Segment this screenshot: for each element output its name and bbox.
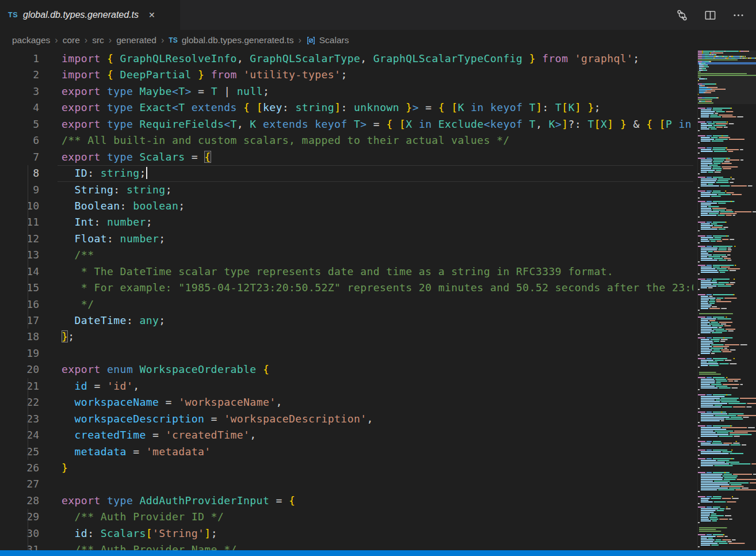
tab-bar: TS global.db.types.generated.ts ✕ bbox=[0, 0, 756, 30]
indent-guide bbox=[28, 378, 28, 394]
code-token: | bbox=[217, 85, 237, 97]
line-number[interactable]: 29 bbox=[0, 509, 39, 525]
line-number[interactable]: 21 bbox=[0, 378, 39, 394]
line-number[interactable]: 3 bbox=[0, 83, 39, 100]
code-text: export type Exact<T extends { [key: stri… bbox=[39, 100, 601, 116]
code-line[interactable]: 14 * The DateTime scalar type represents… bbox=[0, 264, 693, 280]
line-number[interactable]: 2 bbox=[0, 67, 39, 83]
code-line[interactable]: 2import { DeepPartial } from 'utility-ty… bbox=[0, 67, 693, 83]
line-number[interactable]: 14 bbox=[0, 264, 39, 280]
code-token: type bbox=[107, 85, 139, 97]
line-number[interactable]: 6 bbox=[0, 132, 39, 148]
line-number[interactable]: 16 bbox=[0, 296, 39, 313]
line-number[interactable]: 10 bbox=[0, 198, 39, 214]
code-token: RequireFields bbox=[139, 118, 224, 130]
close-tab-icon[interactable]: ✕ bbox=[148, 10, 155, 20]
code-line[interactable]: 21 id = 'id', bbox=[0, 378, 693, 394]
code-line[interactable]: 1import { GraphQLResolveInfo, GraphQLSca… bbox=[0, 51, 693, 67]
minimap[interactable] bbox=[698, 51, 756, 550]
code-line[interactable]: 12 Float: number; bbox=[0, 231, 693, 247]
code-token: ; bbox=[263, 85, 269, 97]
code-line[interactable]: 15 * For example: "1985-04-12T23:20:50.5… bbox=[0, 280, 693, 296]
code-line[interactable]: 5export type RequireFields<T, K extends … bbox=[0, 116, 693, 132]
code-token bbox=[62, 314, 75, 326]
breadcrumb-item[interactable]: packages bbox=[12, 35, 50, 45]
more-actions-icon[interactable] bbox=[732, 9, 744, 21]
git-compare-icon[interactable] bbox=[676, 9, 688, 21]
code-line[interactable]: 8 ID: string; bbox=[0, 165, 693, 181]
line-number[interactable]: 30 bbox=[0, 525, 39, 542]
code-token: WorkspaceOrderable bbox=[139, 363, 262, 375]
code-line[interactable]: 13 /** bbox=[0, 247, 693, 263]
line-number[interactable]: 15 bbox=[0, 280, 39, 296]
code-line[interactable]: 30 id: Scalars['String']; bbox=[0, 525, 693, 542]
code-token: & bbox=[627, 118, 646, 130]
code-text: String: string; bbox=[39, 182, 172, 198]
code-token: keyof bbox=[490, 101, 529, 113]
code-line[interactable]: 19 bbox=[0, 345, 693, 361]
breadcrumb-item[interactable]: core bbox=[63, 35, 80, 45]
indent-guide bbox=[28, 313, 28, 329]
breadcrumb-file[interactable]: global.db.types.generated.ts bbox=[182, 35, 294, 45]
code-line[interactable]: 16 */ bbox=[0, 296, 693, 313]
indent-guide bbox=[28, 264, 28, 280]
breadcrumb-item[interactable]: generated bbox=[116, 35, 156, 45]
line-number[interactable]: 26 bbox=[0, 460, 39, 476]
code-token: extends bbox=[185, 101, 243, 113]
code-line[interactable]: 17 DateTime: any; bbox=[0, 313, 693, 329]
code-token: T bbox=[211, 85, 217, 97]
line-number[interactable]: 19 bbox=[0, 345, 39, 361]
code-line[interactable]: 26} bbox=[0, 460, 693, 476]
code-line[interactable]: 28export type AddAuthProviderInput = { bbox=[0, 493, 693, 509]
line-number[interactable]: 22 bbox=[0, 394, 39, 410]
code-token: : bbox=[113, 184, 127, 196]
line-number[interactable]: 20 bbox=[0, 361, 39, 378]
line-number[interactable]: 7 bbox=[0, 149, 39, 165]
line-number[interactable]: 12 bbox=[0, 231, 39, 247]
breadcrumb-symbol[interactable]: Scalars bbox=[319, 35, 349, 45]
code-token: from bbox=[211, 68, 243, 81]
code-line[interactable]: 10 Boolean: boolean; bbox=[0, 198, 693, 214]
code-editor[interactable]: 1import { GraphQLResolveInfo, GraphQLSca… bbox=[0, 51, 693, 550]
code-token: > bbox=[185, 85, 191, 97]
line-number[interactable]: 24 bbox=[0, 427, 39, 443]
breadcrumb-item[interactable]: src bbox=[92, 35, 104, 45]
code-line[interactable]: 4export type Exact<T extends { [key: str… bbox=[0, 100, 693, 116]
line-number[interactable]: 27 bbox=[0, 476, 39, 492]
line-number[interactable]: 28 bbox=[0, 493, 39, 509]
code-line[interactable]: 25 metadata = 'metadata' bbox=[0, 444, 693, 460]
line-number[interactable]: 25 bbox=[0, 444, 39, 460]
code-line[interactable]: 29 /** Auth Provider ID */ bbox=[0, 509, 693, 525]
split-editor-icon[interactable] bbox=[704, 9, 716, 21]
line-number[interactable]: 5 bbox=[0, 116, 39, 132]
line-number[interactable]: 4 bbox=[0, 100, 39, 116]
code-token bbox=[581, 101, 587, 113]
line-number[interactable]: 9 bbox=[0, 182, 39, 198]
line-number[interactable]: 17 bbox=[0, 313, 39, 329]
line-number[interactable]: 8 bbox=[0, 165, 39, 181]
code-text: /** bbox=[39, 247, 94, 263]
line-number[interactable]: 13 bbox=[0, 247, 39, 263]
code-line[interactable]: 18}; bbox=[0, 329, 693, 345]
code-token bbox=[62, 445, 75, 458]
code-line[interactable]: 3export type Maybe<T> = T | null; bbox=[0, 83, 693, 100]
code-token: : bbox=[87, 527, 101, 539]
code-line[interactable]: 7export type Scalars = { bbox=[0, 149, 693, 165]
editor-tab[interactable]: TS global.db.types.generated.ts ✕ bbox=[0, 0, 180, 30]
line-number[interactable]: 23 bbox=[0, 411, 39, 427]
line-number[interactable]: 11 bbox=[0, 214, 39, 230]
code-line[interactable]: 23 workspaceDescription = 'workspaceDesc… bbox=[0, 411, 693, 427]
code-line[interactable]: 6/** All built-in and custom scalars, ma… bbox=[0, 132, 693, 148]
line-number[interactable]: 18 bbox=[0, 329, 39, 345]
code-line[interactable]: 22 workspaceName = 'workspaceName', bbox=[0, 394, 693, 410]
line-number[interactable]: 31 bbox=[0, 542, 39, 550]
code-line[interactable]: 20export enum WorkspaceOrderable { bbox=[0, 361, 693, 378]
indent-guide bbox=[28, 247, 28, 263]
code-line[interactable]: 9 String: string; bbox=[0, 182, 693, 198]
code-line[interactable]: 11 Int: number; bbox=[0, 214, 693, 230]
code-line[interactable]: 27 bbox=[0, 476, 693, 492]
line-number[interactable]: 1 bbox=[0, 51, 39, 67]
vertical-scrollbar[interactable] bbox=[693, 51, 698, 550]
code-line[interactable]: 31 /** Auth Provider Name */ bbox=[0, 542, 693, 550]
code-line[interactable]: 24 createdTime = 'createdTime', bbox=[0, 427, 693, 443]
